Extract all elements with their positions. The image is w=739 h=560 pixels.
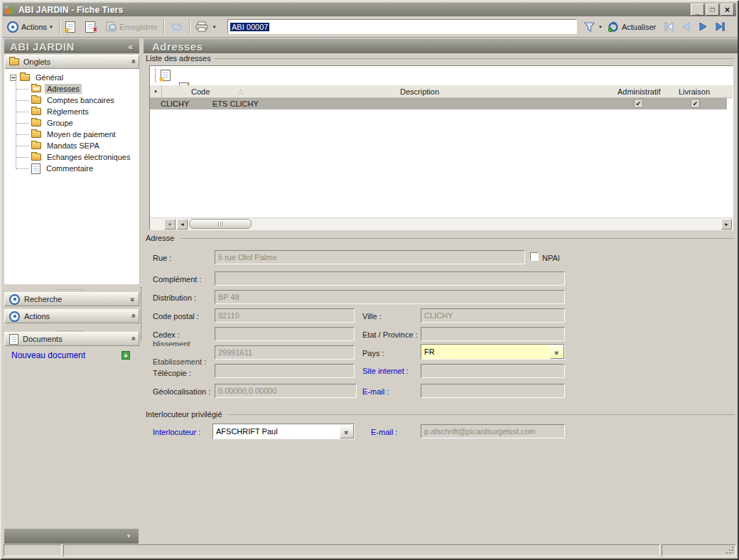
sidebar-splitter[interactable]	[141, 287, 141, 341]
rue-input[interactable]	[215, 250, 525, 264]
collapse-chevron-icon[interactable]: »	[128, 337, 136, 340]
ville-input[interactable]	[421, 308, 565, 323]
sort-asc-icon: △	[238, 85, 244, 97]
interlocuteur-email-label[interactable]: E-mail :	[371, 428, 397, 436]
section-recherche-header[interactable]: Recherche »	[4, 292, 139, 306]
group-rule	[229, 414, 735, 415]
nav-prev-button[interactable]	[679, 21, 692, 33]
new-document-link[interactable]: Nouveau document	[11, 350, 85, 360]
actions-target-icon	[6, 21, 19, 33]
tree-item-moyen-de-paiement[interactable]: Moyen de paiement	[31, 129, 118, 140]
telecopie-input[interactable]	[215, 364, 355, 378]
refresh-button[interactable]	[168, 21, 185, 33]
list-new-button[interactable]: ★	[159, 69, 172, 82]
record-input-selected-text: ABI 00007	[230, 23, 269, 31]
new-record-button[interactable]: ★	[64, 21, 77, 33]
telecopie-label: Télécopie :	[153, 369, 191, 377]
app-icon	[5, 5, 15, 14]
status-panel-3	[662, 544, 736, 556]
complement-input[interactable]	[215, 271, 565, 286]
actualiser-icon	[607, 21, 620, 33]
scroll-add-button[interactable]: +	[164, 219, 176, 230]
email-input[interactable]	[421, 384, 565, 398]
column-header-livraison[interactable]: Livraison	[679, 85, 710, 97]
table-row[interactable]: CLICHY ETS CLICHY ✔ ✔	[150, 98, 727, 109]
status-panel-1	[4, 544, 62, 556]
tree-item-commentaire[interactable]: Commentaire	[31, 163, 95, 174]
expand-chevron-icon[interactable]: »	[128, 297, 136, 301]
scroll-thumb[interactable]	[189, 219, 252, 229]
complement-label: Complément :	[153, 275, 201, 284]
sidebar-title: ABI JARDIN	[10, 41, 128, 53]
collapse-chevron-icon[interactable]: »	[128, 314, 136, 318]
sidebar-title-band: ABI JARDIN «	[4, 38, 139, 53]
interlocuteur-dropdown-button[interactable]: »	[340, 424, 354, 438]
email-label[interactable]: E-mail :	[362, 387, 389, 396]
tree-item-reglements[interactable]: Règlements	[31, 106, 91, 117]
print-button[interactable]	[194, 21, 210, 33]
sidebar-footer-bar[interactable]: ▼	[4, 529, 139, 544]
section-actions-header[interactable]: Actions »	[4, 309, 139, 323]
etat-province-input[interactable]	[421, 327, 565, 341]
scroll-right-button[interactable]: ►	[721, 219, 732, 230]
interlocuteur-email-input[interactable]	[421, 424, 565, 438]
section-onglets-header[interactable]: Onglets »	[4, 55, 139, 69]
row-selector-header[interactable]: ▼	[150, 85, 162, 97]
npai-checkbox[interactable]	[530, 252, 539, 261]
title-bar[interactable]: ABI JARDIN - Fiche Tiers _ □ ×	[3, 3, 736, 16]
geolocalisation-input[interactable]	[215, 384, 357, 398]
column-header-administratif[interactable]: Administratif	[617, 85, 661, 97]
minimize-button[interactable]: _	[691, 4, 704, 16]
collapse-chevron-icon[interactable]: »	[128, 60, 136, 63]
tree-item-adresses[interactable]: Adresses	[31, 83, 82, 95]
tree-item-label: Commentaire	[44, 163, 95, 173]
nav-next-button[interactable]	[696, 21, 709, 33]
pays-input[interactable]	[421, 345, 550, 359]
scroll-left-button[interactable]: ◄	[177, 219, 188, 230]
site-internet-label[interactable]: Site internet :	[362, 367, 409, 375]
delete-record-button[interactable]: ×	[84, 21, 97, 33]
new-document-add-button[interactable]: +	[122, 351, 130, 360]
actualiser-label: Actualiser	[622, 23, 656, 31]
splitter-handle[interactable]: .........	[57, 327, 86, 331]
interlocuteur-label[interactable]: Interlocuteur :	[153, 428, 200, 436]
tree-line	[16, 100, 29, 101]
pays-combo[interactable]: »	[421, 344, 565, 360]
nav-first-button[interactable]	[662, 21, 675, 33]
print-dropdown-button[interactable]: ▼	[212, 25, 217, 29]
record-input[interactable]: ABI 00007	[227, 19, 577, 34]
interlocuteur-input[interactable]	[213, 424, 340, 438]
pays-dropdown-button[interactable]: »	[550, 345, 564, 359]
tree-item-mandats-sepa[interactable]: Mandats SEPA	[31, 140, 102, 151]
telephone-input[interactable]	[215, 345, 355, 360]
horizontal-scrollbar[interactable]: + ◄ ►	[150, 217, 733, 230]
filter-dropdown-button[interactable]: ▼	[598, 25, 603, 29]
splitter-handle[interactable]: .........	[57, 286, 86, 290]
filter-button[interactable]	[581, 21, 597, 33]
column-header-code[interactable]: Code	[191, 85, 210, 97]
tree-item-groupe[interactable]: Groupe	[31, 117, 75, 129]
site-internet-input[interactable]	[421, 364, 565, 378]
save-button[interactable]: Enregistrer	[102, 19, 160, 35]
tree-line	[16, 157, 29, 158]
cedex-input[interactable]	[215, 327, 355, 341]
actualiser-button[interactable]: Actualiser	[620, 21, 658, 33]
tree-item-general[interactable]: Général	[10, 72, 65, 83]
maximize-button[interactable]: □	[706, 4, 719, 16]
tree-item-comptes-bancaires[interactable]: Comptes bancaires	[31, 95, 117, 106]
tree-expand-box[interactable]	[10, 75, 16, 81]
resize-grip[interactable]	[725, 546, 735, 555]
actions-menu-button[interactable]: Actions ▼	[19, 21, 55, 33]
section-onglets-label: Onglets	[23, 58, 126, 66]
column-header-description[interactable]: Description	[400, 85, 439, 97]
section-documents-header[interactable]: Documents »	[4, 332, 139, 346]
close-button[interactable]: ×	[721, 4, 734, 16]
code-postal-input[interactable]	[215, 308, 355, 323]
distribution-input[interactable]	[215, 290, 565, 304]
toolbar-grip	[155, 68, 156, 82]
nav-last-button[interactable]	[713, 21, 726, 33]
tree-item-echanges-electroniques[interactable]: Echanges électroniques	[31, 151, 132, 163]
sidebar-collapse-button[interactable]: «	[128, 41, 134, 52]
interlocuteur-combo[interactable]: »	[212, 424, 355, 439]
tree-item-label: Général	[33, 72, 65, 82]
